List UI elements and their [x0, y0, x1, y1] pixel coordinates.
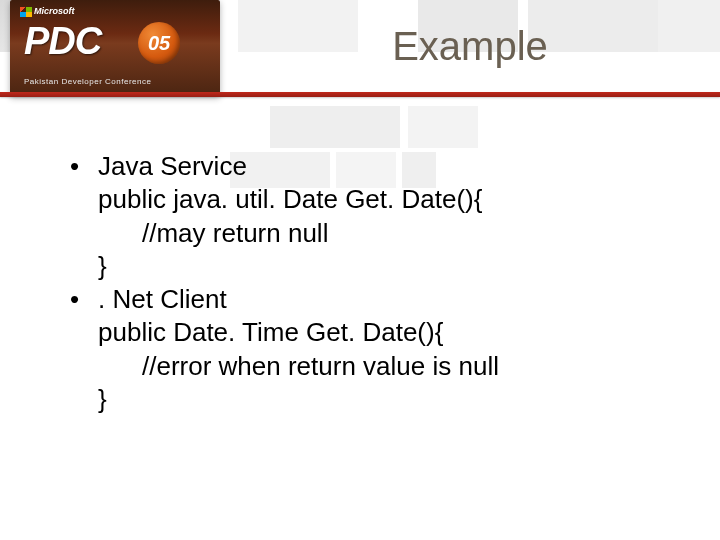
- code-line: public java. util. Date Get. Date(){: [64, 183, 680, 216]
- microsoft-flag-icon: [20, 7, 32, 17]
- bullet-dot-icon: •: [64, 283, 98, 316]
- bullet-dot-icon: •: [64, 150, 98, 183]
- slide-title: Example: [240, 24, 700, 69]
- logo-subtitle: Pakistan Developer Conference: [24, 77, 151, 86]
- code-line: //error when return value is null: [64, 350, 680, 383]
- logo-year-disc: 05: [138, 22, 180, 64]
- logo-abbr: PDC: [24, 22, 101, 60]
- code-line: }: [64, 383, 680, 416]
- brand-label: Microsoft: [20, 6, 75, 17]
- bullet-item: • Java Service: [64, 150, 680, 183]
- bullet-label: . Net Client: [98, 283, 680, 316]
- header-divider: [0, 92, 720, 97]
- slide-body: • Java Service public java. util. Date G…: [64, 150, 680, 416]
- brand-text: Microsoft: [34, 6, 75, 16]
- code-line: public Date. Time Get. Date(){: [64, 316, 680, 349]
- slide-header: Microsoft PDC 05 Pakistan Developer Conf…: [0, 0, 720, 96]
- bullet-item: • . Net Client: [64, 283, 680, 316]
- conference-logo: Microsoft PDC 05 Pakistan Developer Conf…: [10, 0, 220, 96]
- code-line: //may return null: [64, 217, 680, 250]
- bullet-label: Java Service: [98, 150, 680, 183]
- code-line: }: [64, 250, 680, 283]
